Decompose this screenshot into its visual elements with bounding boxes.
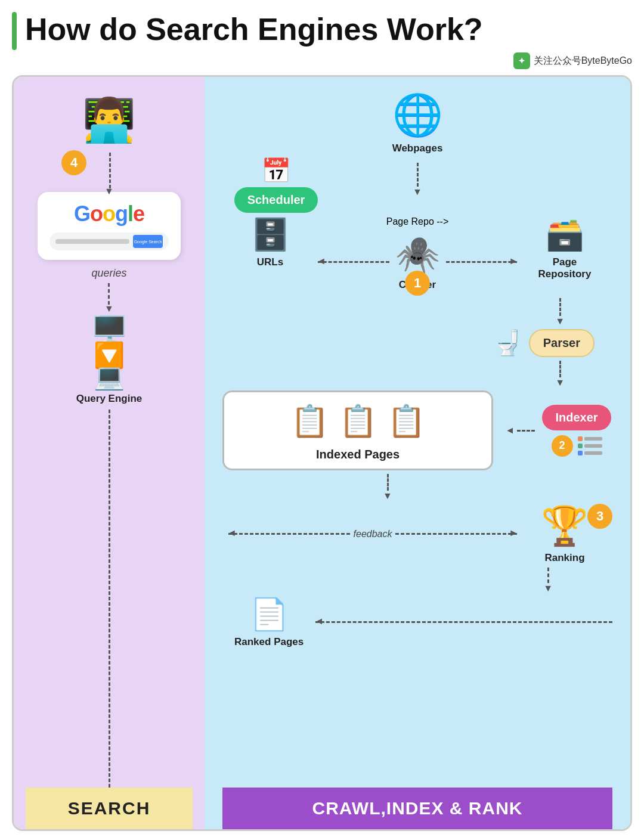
query-engine-label: Query Engine <box>76 393 143 405</box>
user-node: 👨‍💻 <box>82 95 136 145</box>
step1-badge: 1 <box>405 271 430 296</box>
title-bar <box>12 12 17 50</box>
urls-label: URLs <box>257 256 283 268</box>
left-footer: SEARCH <box>26 788 193 829</box>
indexed-pages-box: 📋 📋 📋 Indexed Pages <box>222 390 493 470</box>
urls-node: 🗄️ URLs <box>222 216 318 268</box>
webpages-label: Webpages <box>392 142 443 154</box>
indexer-node: Indexer <box>542 405 611 430</box>
google-text: Google <box>49 202 169 227</box>
diagram-container: 👨‍💻 4 ▼ Google Google Search <box>12 75 632 831</box>
step2-badge: 2 <box>552 435 573 457</box>
step4-badge: 4 <box>61 150 86 175</box>
left-panel: 👨‍💻 4 ▼ Google Google Search <box>14 77 205 829</box>
query-engine-node: 🖥️ 🔽 💻 Query Engine <box>76 317 143 405</box>
main-title: How do Search Engines Work? <box>25 13 483 46</box>
page-repository-node: 🗃️ PageRepository <box>517 216 612 280</box>
logo-text: 关注公众号ByteByteGo <box>534 55 632 67</box>
step3-badge: 3 <box>587 504 612 529</box>
ranked-pages-node: 📄 Ranked Pages <box>234 596 304 648</box>
left-content: 👨‍💻 4 ▼ Google Google Search <box>26 95 193 788</box>
queries-label: queries <box>91 267 126 280</box>
indexed-pages-icons: 📋 📋 📋 <box>290 403 426 439</box>
google-search-box: Google Google Search <box>38 192 181 260</box>
scheduler-node: Scheduler <box>234 187 318 213</box>
crawler-node: 🕷️ Crawler 1 <box>395 233 440 291</box>
ranking-node: 🏆 Ranking 3 <box>517 504 612 564</box>
logo-icon: ✦ <box>513 52 530 69</box>
page-repository-label: PageRepository <box>538 256 592 280</box>
indexed-pages-label: Indexed Pages <box>316 448 400 461</box>
bytebygo-logo: ✦ 关注公众号ByteByteGo <box>12 52 632 69</box>
user-icon: 👨‍💻 <box>82 95 136 145</box>
search-input-line <box>55 239 129 244</box>
webpages-node: 🌐 Webpages <box>392 91 443 154</box>
google-search-btn: Google Search <box>133 235 163 248</box>
ranked-pages-label: Ranked Pages <box>234 636 304 648</box>
right-panel: 🌐 Webpages 📅 Scheduler ▼ <box>205 77 630 829</box>
right-footer: CRAWL,INDEX & RANK <box>222 788 612 829</box>
ranking-label: Ranking <box>544 552 584 564</box>
parser-node: Parser <box>529 329 595 357</box>
feedback-label: feedback <box>354 529 392 540</box>
google-search-bar: Google Search <box>49 232 169 250</box>
